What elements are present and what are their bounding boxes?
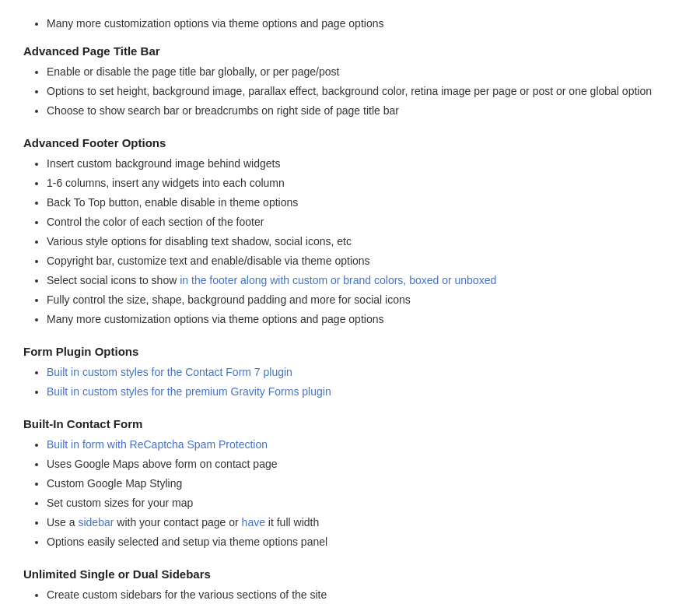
- top-bullet-list: Many more customization options via them…: [23, 16, 677, 32]
- section-list: Built in form with ReCaptcha Spam Protec…: [23, 437, 677, 550]
- section-form-plugin-options: Form Plugin OptionsBuilt in custom style…: [23, 345, 677, 400]
- list-item: 1-6 columns, insert any widgets into eac…: [47, 175, 677, 191]
- item-text: Insert custom background image behind wi…: [47, 157, 280, 170]
- section-list: Create custom sidebars for the various s…: [23, 587, 677, 603]
- item-text: Copyright bar, customize text and enable…: [47, 255, 370, 267]
- item-text: Back To Top button, enable disable in th…: [47, 196, 298, 209]
- list-item: Many more customization options via them…: [47, 311, 677, 328]
- item-link[interactable]: Built in form with ReCaptcha Spam Protec…: [47, 438, 268, 451]
- item-text: Uses Google Maps above form on contact p…: [47, 458, 278, 470]
- item-text: Options to set height, background image,…: [47, 85, 652, 97]
- item-text-mixed: Use a sidebar with your contact page or …: [47, 516, 319, 528]
- section-unlimited-sidebars: Unlimited Single or Dual SidebarsCreate …: [23, 567, 677, 603]
- item-text: Set custom sizes for your map: [47, 497, 193, 509]
- item-text-mixed: Select social icons to show in the foote…: [47, 274, 496, 286]
- list-item: Select social icons to show in the foote…: [47, 272, 677, 289]
- section-title: Built-In Contact Form: [23, 417, 677, 430]
- inline-link[interactable]: sidebar: [78, 516, 114, 528]
- list-item: Options to set height, background image,…: [47, 83, 677, 100]
- section-title: Advanced Page Title Bar: [23, 44, 677, 58]
- item-text: Enable or disable the page title bar glo…: [47, 65, 339, 78]
- item-text: Choose to show search bar or breadcrumbs…: [47, 104, 399, 117]
- list-item: Back To Top button, enable disable in th…: [47, 195, 677, 211]
- section-list: Built in custom styles for the Contact F…: [23, 364, 677, 400]
- section-built-in-contact-form: Built-In Contact FormBuilt in form with …: [23, 417, 677, 550]
- list-item: Set custom sizes for your map: [47, 495, 677, 511]
- section-advanced-page-title-bar: Advanced Page Title BarEnable or disable…: [23, 44, 677, 119]
- item-text: Options easily selected and setup via th…: [47, 536, 327, 548]
- section-title: Form Plugin Options: [23, 345, 677, 358]
- list-item: Control the color of each section of the…: [47, 214, 677, 230]
- list-item: Uses Google Maps above form on contact p…: [47, 456, 677, 472]
- item-text: Create custom sidebars for the various s…: [47, 588, 327, 601]
- item-text: Fully control the size, shape, backgroun…: [47, 293, 411, 306]
- sections-container: Advanced Page Title BarEnable or disable…: [23, 44, 677, 603]
- top-bullet-item: Many more customization options via them…: [47, 16, 677, 32]
- inline-link[interactable]: in the footer along with custom or brand…: [180, 274, 496, 286]
- item-text: 1-6 columns, insert any widgets into eac…: [47, 177, 285, 189]
- section-list: Insert custom background image behind wi…: [23, 156, 677, 328]
- list-item: Enable or disable the page title bar glo…: [47, 64, 677, 80]
- item-link[interactable]: Built in custom styles for the premium G…: [47, 385, 331, 398]
- list-item: Insert custom background image behind wi…: [47, 156, 677, 172]
- list-item: Custom Google Map Styling: [47, 476, 677, 492]
- section-title: Unlimited Single or Dual Sidebars: [23, 567, 677, 581]
- top-bullet-text: Many more customization options via them…: [47, 17, 383, 30]
- list-item: Create custom sidebars for the various s…: [47, 587, 677, 603]
- list-item: Copyright bar, customize text and enable…: [47, 253, 677, 269]
- list-item: Fully control the size, shape, backgroun…: [47, 292, 677, 308]
- list-item: Choose to show search bar or breadcrumbs…: [47, 103, 677, 119]
- list-item: Built in custom styles for the Contact F…: [47, 364, 677, 381]
- item-link[interactable]: Built in custom styles for the Contact F…: [47, 366, 292, 378]
- inline-link[interactable]: have: [242, 516, 265, 528]
- list-item: Options easily selected and setup via th…: [47, 534, 677, 550]
- item-text: Many more customization options via them…: [47, 313, 383, 325]
- list-item: Use a sidebar with your contact page or …: [47, 514, 677, 531]
- item-text: Control the color of each section of the…: [47, 216, 264, 228]
- item-text: Various style options for disabling text…: [47, 235, 352, 248]
- list-item: Built in form with ReCaptcha Spam Protec…: [47, 437, 677, 453]
- section-title: Advanced Footer Options: [23, 136, 677, 149]
- section-advanced-footer-options: Advanced Footer OptionsInsert custom bac…: [23, 136, 677, 328]
- section-list: Enable or disable the page title bar glo…: [23, 64, 677, 119]
- item-text: Custom Google Map Styling: [47, 477, 182, 490]
- list-item: Various style options for disabling text…: [47, 234, 677, 250]
- list-item: Built in custom styles for the premium G…: [47, 384, 677, 400]
